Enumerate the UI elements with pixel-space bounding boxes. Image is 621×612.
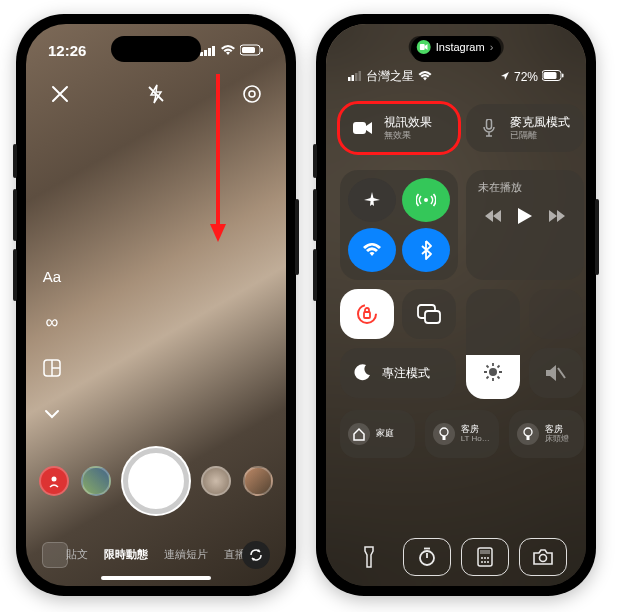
svg-point-40 [440, 428, 448, 436]
camera-active-icon [417, 40, 431, 54]
mute-tile[interactable] [529, 348, 583, 398]
battery-pct: 72% [514, 70, 538, 84]
focus-label: 專注模式 [382, 365, 430, 382]
svg-rect-2 [208, 48, 211, 56]
dynamic-island [111, 36, 201, 62]
layout-tool[interactable] [40, 356, 64, 380]
wifi-icon [220, 44, 236, 56]
svg-rect-22 [562, 73, 564, 77]
wifi-icon [418, 70, 432, 84]
annotation-arrow-down [208, 74, 228, 248]
settings-icon[interactable] [238, 80, 266, 108]
home-tile-main[interactable]: 家庭 [340, 410, 415, 458]
status-bar: 台灣之星 72% [326, 68, 586, 85]
video-effects-title: 視訊效果 [384, 116, 432, 130]
home-main-label: 家庭 [376, 429, 394, 439]
svg-rect-15 [420, 44, 425, 50]
calculator-button[interactable] [461, 538, 509, 576]
svg-rect-6 [261, 48, 263, 52]
effect-thumb-3[interactable] [201, 466, 231, 496]
home-indicator[interactable] [101, 576, 211, 580]
sun-icon [484, 363, 502, 381]
video-effects-tile[interactable]: 視訊效果無效果 [340, 104, 458, 152]
svg-line-35 [487, 366, 489, 368]
svg-rect-43 [527, 436, 530, 440]
svg-point-30 [489, 368, 497, 376]
svg-point-55 [540, 555, 547, 562]
cellular-toggle[interactable] [402, 178, 450, 222]
screen-mirror-tile[interactable] [402, 289, 456, 339]
svg-rect-27 [364, 312, 370, 318]
home-icon [348, 423, 370, 445]
prev-track-icon[interactable] [484, 209, 502, 227]
effect-thumb-1[interactable] [39, 466, 69, 496]
mic-icon [476, 115, 502, 141]
switch-camera-button[interactable] [242, 541, 270, 569]
airplane-toggle[interactable] [348, 178, 396, 222]
next-track-icon[interactable] [548, 209, 566, 227]
moon-icon [354, 363, 374, 383]
svg-line-36 [498, 377, 500, 379]
boomerang-tool[interactable]: ∞ [40, 310, 64, 334]
home-tile-room2[interactable]: 客房床頭燈 [509, 410, 584, 458]
mic-mode-title: 麥克風模式 [510, 116, 570, 130]
text-tool[interactable]: Aa [40, 264, 64, 288]
svg-rect-3 [212, 46, 215, 56]
svg-point-52 [481, 561, 483, 563]
control-center-bottom-row [340, 538, 572, 576]
location-icon [500, 70, 510, 84]
brightness-slider[interactable] [466, 289, 520, 399]
svg-point-42 [524, 428, 532, 436]
chevron-down-icon[interactable] [40, 402, 64, 426]
flashlight-button[interactable] [345, 538, 393, 576]
svg-rect-17 [352, 75, 355, 81]
mode-bar: 貼文 限時動態 連續短片 直播 [26, 547, 286, 562]
flash-off-icon[interactable] [142, 80, 170, 108]
svg-point-25 [424, 198, 428, 202]
mode-reels[interactable]: 連續短片 [164, 547, 208, 562]
video-icon [350, 115, 376, 141]
bulb-icon [517, 423, 539, 445]
svg-rect-21 [544, 72, 557, 79]
gallery-button[interactable] [42, 542, 68, 568]
bulb-icon [433, 423, 455, 445]
camera-button[interactable] [519, 538, 567, 576]
wifi-toggle[interactable] [348, 228, 396, 272]
mode-story[interactable]: 限時動態 [104, 547, 148, 562]
focus-tile[interactable]: 專注模式 [340, 348, 456, 398]
cellular-icon [200, 45, 216, 56]
chevron-right-icon: › [490, 41, 494, 53]
svg-rect-48 [480, 550, 490, 554]
cellular-icon [348, 70, 362, 84]
svg-point-13 [52, 477, 57, 482]
connectivity-tile[interactable] [340, 170, 458, 280]
timer-button[interactable] [403, 538, 451, 576]
shutter-button[interactable] [123, 448, 189, 514]
svg-point-8 [244, 86, 260, 102]
effect-thumb-2[interactable] [81, 466, 111, 496]
mic-mode-tile[interactable]: 麥克風模式已隔離 [466, 104, 584, 152]
mode-post[interactable]: 貼文 [66, 547, 88, 562]
svg-rect-19 [359, 71, 362, 81]
phone-right: Instagram › 台灣之星 72% [316, 14, 596, 596]
svg-rect-16 [348, 77, 351, 81]
svg-line-39 [558, 368, 565, 378]
close-icon[interactable] [46, 80, 74, 108]
svg-rect-41 [442, 436, 445, 440]
screen-control-center: Instagram › 台灣之星 72% [326, 24, 586, 586]
video-effects-sub: 無效果 [384, 130, 432, 140]
effect-thumb-4[interactable] [243, 466, 273, 496]
bluetooth-toggle[interactable] [402, 228, 450, 272]
svg-rect-23 [353, 122, 366, 134]
media-tile[interactable]: 未在播放 [466, 170, 584, 280]
svg-rect-29 [425, 311, 440, 323]
svg-rect-1 [204, 50, 207, 56]
orientation-lock-tile[interactable] [340, 289, 394, 339]
phone-left: 12:26 Aa ∞ [16, 14, 296, 596]
play-icon[interactable] [517, 207, 533, 229]
svg-line-37 [487, 377, 489, 379]
home-tile-room1[interactable]: 客房LT Ho… [425, 410, 500, 458]
active-app-pill[interactable]: Instagram › [409, 36, 504, 58]
svg-point-51 [487, 557, 489, 559]
screen-camera: 12:26 Aa ∞ [26, 24, 286, 586]
